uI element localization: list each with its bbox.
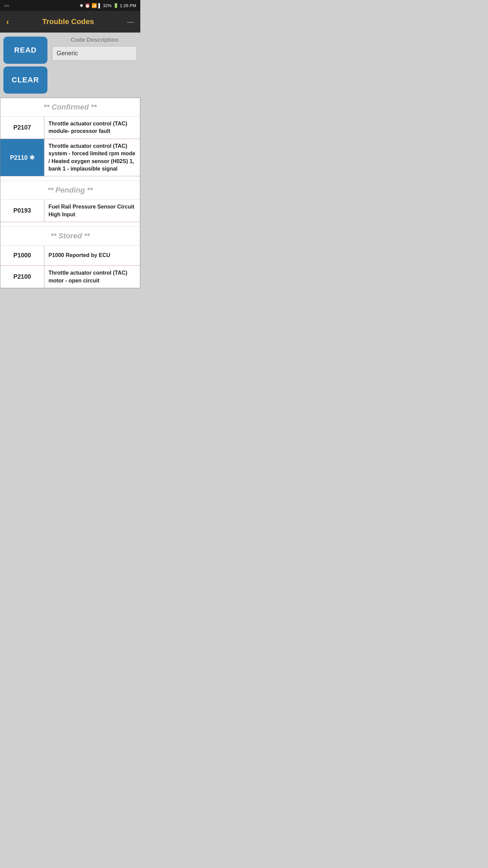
table-row[interactable]: P2100Throttle actuator control (TAC) mot… <box>0 266 140 288</box>
code-cell: P2110 ❄ <box>0 139 44 176</box>
description-cell: Fuel Rail Pressure Sensor Circuit High I… <box>44 200 140 222</box>
action-buttons: READ CLEAR <box>3 37 47 94</box>
read-button[interactable]: READ <box>3 37 47 64</box>
description-cell: P1000 Reported by ECU <box>44 245 140 265</box>
wifi-icon: 📶 <box>92 3 97 8</box>
table-row[interactable]: P2110 ❄Throttle actuator control (TAC) s… <box>0 139 140 177</box>
code-cell: P2107 <box>0 117 44 139</box>
section-header-pending: ** Pending ** <box>0 181 140 200</box>
trouble-codes-table: ** Confirmed **P2107Throttle actuator co… <box>0 98 140 288</box>
status-left: ○○ <box>4 3 9 8</box>
section-header-stored: ** Stored ** <box>0 227 140 245</box>
alarm-icon: ⏰ <box>85 3 90 8</box>
back-button[interactable]: ‹ <box>6 17 9 26</box>
section-gap <box>0 222 140 227</box>
code-description-label: Code Description <box>52 37 137 43</box>
bluetooth-icon: ✱ <box>80 3 83 8</box>
table-row[interactable]: P2107Throttle actuator control (TAC) mod… <box>0 117 140 139</box>
code-cell: P2100 <box>0 266 44 288</box>
description-cell: Throttle actuator control (TAC) motor - … <box>44 266 140 288</box>
section-header-confirmed: ** Confirmed ** <box>0 98 140 117</box>
battery-icon: 🔋 <box>113 3 119 8</box>
menu-button[interactable]: — <box>127 18 134 26</box>
battery-label: 32% <box>103 3 112 8</box>
status-icons: ○○ <box>4 3 9 8</box>
status-right: ✱ ⏰ 📶 ▌ 32% 🔋 1:26 PM <box>80 3 136 8</box>
page-title: Trouble Codes <box>12 17 124 26</box>
code-cell: P0193 <box>0 200 44 222</box>
section-gap <box>0 176 140 181</box>
table-row[interactable]: P0193Fuel Rail Pressure Sensor Circuit H… <box>0 200 140 222</box>
code-description-input[interactable] <box>52 46 137 61</box>
app-header: ‹ Trouble Codes — <box>0 11 140 33</box>
code-value: P2110 ❄ <box>10 154 34 161</box>
code-description-area: Code Description <box>52 37 137 61</box>
code-cell: P1000 <box>0 245 44 265</box>
table-row[interactable]: P1000P1000 Reported by ECU <box>0 245 140 266</box>
status-bar: ○○ ✱ ⏰ 📶 ▌ 32% 🔋 1:26 PM <box>0 0 140 11</box>
top-controls: READ CLEAR Code Description <box>0 33 140 98</box>
description-cell: Throttle actuator control (TAC) system -… <box>44 139 140 176</box>
description-cell: Throttle actuator control (TAC) module- … <box>44 117 140 139</box>
time-label: 1:26 PM <box>120 3 136 8</box>
signal-icon: ▌ <box>98 3 101 8</box>
clear-button[interactable]: CLEAR <box>3 66 47 94</box>
